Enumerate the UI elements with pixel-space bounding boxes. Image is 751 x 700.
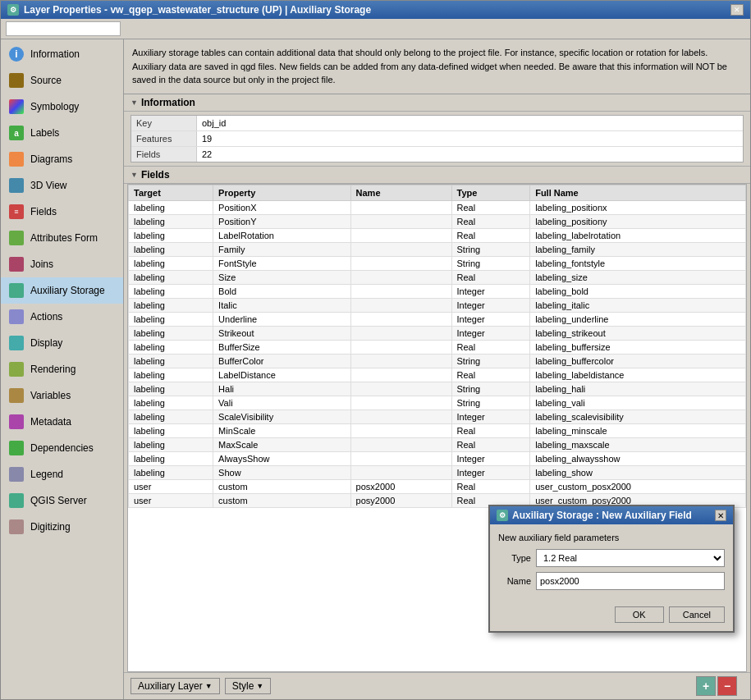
information-section-header: ▼ Information xyxy=(124,94,750,112)
labels-icon: a xyxy=(9,126,24,140)
dialog-title-text: Auxiliary Storage : New Auxiliary Field xyxy=(512,510,692,521)
table-row[interactable]: labelingHaliStringlabeling_hali xyxy=(129,382,746,396)
ok-button[interactable]: OK xyxy=(615,606,664,623)
search-input[interactable] xyxy=(6,21,121,36)
window-title: Layer Properties - vw_qgep_wastewater_st… xyxy=(24,4,371,16)
table-row[interactable]: labelingBufferSizeReallabeling_buffersiz… xyxy=(129,340,746,354)
sidebar-label-actions: Actions xyxy=(30,311,62,323)
table-cell xyxy=(350,368,451,382)
table-row[interactable]: labelingUnderlineIntegerlabeling_underli… xyxy=(129,312,746,326)
table-row[interactable]: labelingLabelRotationReallabeling_labelr… xyxy=(129,228,746,242)
table-cell: labeling xyxy=(129,242,213,256)
table-row[interactable]: labelingPositionXReallabeling_positionx xyxy=(129,200,746,214)
sidebar-item-joins[interactable]: Joins xyxy=(1,251,123,277)
key-label: Key xyxy=(131,116,197,130)
table-cell xyxy=(350,214,451,228)
table-cell: user_custom_posx2000 xyxy=(530,479,746,493)
table-row[interactable]: labelingMinScaleReallabeling_minscale xyxy=(129,423,746,437)
fields-icon: ≡ xyxy=(9,204,24,219)
sidebar-item-display[interactable]: Display xyxy=(1,330,123,356)
table-row[interactable]: labelingStrikeoutIntegerlabeling_strikeo… xyxy=(129,326,746,340)
table-cell: PositionX xyxy=(213,200,350,214)
sidebar: i Information Source Symbology a xyxy=(1,39,124,699)
sidebar-item-dependencies[interactable]: Dependencies xyxy=(1,435,123,461)
table-cell: labeling_size xyxy=(530,270,746,284)
table-cell: labeling xyxy=(129,200,213,214)
table-row[interactable]: labelingSizeReallabeling_size xyxy=(129,270,746,284)
style-dropdown-arrow: ▼ xyxy=(256,682,263,690)
table-cell: labeling_alwaysshow xyxy=(530,451,746,465)
table-cell xyxy=(350,284,451,298)
information-triangle-icon: ▼ xyxy=(131,98,138,107)
name-label: Name xyxy=(498,576,531,586)
dialog-buttons: OK Cancel xyxy=(498,600,725,623)
table-cell: labeling xyxy=(129,382,213,396)
add-field-button[interactable]: + xyxy=(696,676,716,696)
col-type: Type xyxy=(451,185,530,200)
table-cell: labeling xyxy=(129,256,213,270)
sidebar-item-symbology[interactable]: Symbology xyxy=(1,94,123,120)
sidebar-item-legend[interactable]: Legend xyxy=(1,461,123,487)
table-cell: Integer xyxy=(451,326,530,340)
sidebar-label-diagrams: Diagrams xyxy=(30,153,72,165)
sidebar-item-attributes-form[interactable]: Attributes Form xyxy=(1,225,123,251)
sidebar-label-fields: Fields xyxy=(30,206,57,217)
table-row[interactable]: labelingScaleVisibilityIntegerlabeling_s… xyxy=(129,409,746,423)
sidebar-item-3dview[interactable]: 3D View xyxy=(1,172,123,199)
dialog-close-button[interactable]: ✕ xyxy=(715,510,726,521)
table-row[interactable]: labelingMaxScaleReallabeling_maxscale xyxy=(129,437,746,451)
type-select[interactable]: 1.2 Real Integer String Boolean Date xyxy=(536,549,725,567)
sidebar-label-rendering: Rendering xyxy=(30,364,76,375)
sidebar-label-metadata: Metadata xyxy=(30,416,71,428)
attributes-form-icon xyxy=(9,231,24,245)
table-cell: String xyxy=(451,354,530,368)
sidebar-item-rendering[interactable]: Rendering xyxy=(1,356,123,382)
sidebar-item-auxiliary-storage[interactable]: Auxiliary Storage xyxy=(1,277,123,304)
information-section: ▼ Information Key obj_id Features 19 Fie… xyxy=(124,94,750,166)
table-row[interactable]: labelingAlwaysShowIntegerlabeling_always… xyxy=(129,451,746,465)
table-row[interactable]: labelingValiStringlabeling_vali xyxy=(129,396,746,409)
table-row[interactable]: labelingPositionYReallabeling_positiony xyxy=(129,214,746,228)
table-row[interactable]: labelingFontStyleStringlabeling_fontstyl… xyxy=(129,256,746,270)
close-button[interactable]: ✕ xyxy=(730,4,744,16)
table-row[interactable]: labelingBoldIntegerlabeling_bold xyxy=(129,284,746,298)
type-label: Type xyxy=(498,553,531,563)
fields-triangle-icon: ▼ xyxy=(131,171,138,179)
table-row[interactable]: labelingBufferColorStringlabeling_buffer… xyxy=(129,354,746,368)
table-row[interactable]: labelingItalicIntegerlabeling_italic xyxy=(129,298,746,312)
table-cell: labeling xyxy=(129,214,213,228)
col-name: Name xyxy=(350,185,451,200)
table-cell: Family xyxy=(213,242,350,256)
table-cell: labeling xyxy=(129,409,213,423)
sidebar-item-metadata[interactable]: Metadata xyxy=(1,409,123,435)
auxiliary-layer-button[interactable]: Auxiliary Layer ▼ xyxy=(131,678,220,694)
table-row[interactable]: usercustomposx2000Realuser_custom_posx20… xyxy=(129,479,746,493)
sidebar-item-actions[interactable]: Actions xyxy=(1,304,123,330)
style-button[interactable]: Style ▼ xyxy=(225,678,272,694)
table-cell: labeling_maxscale xyxy=(530,437,746,451)
sidebar-item-digitizing[interactable]: Digitizing xyxy=(1,514,123,540)
sidebar-item-fields[interactable]: ≡ Fields xyxy=(1,199,123,225)
sidebar-item-labels[interactable]: a Labels xyxy=(1,120,123,146)
table-row[interactable]: labelingLabelDistanceReallabeling_labeld… xyxy=(129,368,746,382)
information-section-title: Information xyxy=(141,97,195,108)
sidebar-item-variables[interactable]: Variables xyxy=(1,382,123,409)
table-cell: labeling_positionx xyxy=(530,200,746,214)
name-input[interactable] xyxy=(536,572,725,590)
sidebar-item-qgis-server[interactable]: QGIS Server xyxy=(1,487,123,514)
variables-icon xyxy=(9,388,24,403)
sidebar-item-information[interactable]: i Information xyxy=(1,41,123,67)
col-fullname: Full Name xyxy=(530,185,746,200)
table-row[interactable]: labelingShowIntegerlabeling_show xyxy=(129,465,746,479)
table-cell: Real xyxy=(451,368,530,382)
remove-field-button[interactable]: − xyxy=(717,676,737,696)
table-cell: labeling_scalevisibility xyxy=(530,409,746,423)
table-cell: posy2000 xyxy=(350,493,451,507)
type-field: Type 1.2 Real Integer String Boolean Dat… xyxy=(498,549,725,567)
sidebar-label-attributes-form: Attributes Form xyxy=(30,232,98,244)
table-row[interactable]: labelingFamilyStringlabeling_family xyxy=(129,242,746,256)
sidebar-item-source[interactable]: Source xyxy=(1,67,123,94)
cancel-button[interactable]: Cancel xyxy=(669,606,725,623)
sidebar-label-symbology: Symbology xyxy=(30,101,79,112)
sidebar-item-diagrams[interactable]: Diagrams xyxy=(1,146,123,172)
